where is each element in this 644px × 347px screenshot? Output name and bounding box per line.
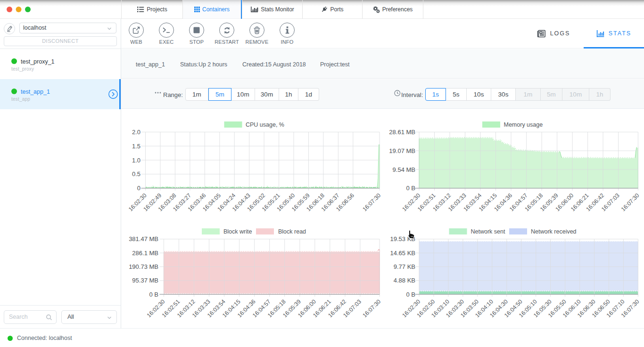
svg-text:Block write: Block write — [223, 228, 252, 235]
svg-text:9.54 MB: 9.54 MB — [393, 166, 415, 173]
svg-text:0.5: 0.5 — [132, 170, 140, 178]
svg-text:16:07:30: 16:07:30 — [361, 192, 382, 213]
svg-text:95.37 MB: 95.37 MB — [132, 277, 158, 284]
svg-text:Memory usage: Memory usage — [504, 121, 543, 128]
svg-text:14.65 KB: 14.65 KB — [390, 250, 416, 257]
svg-text:4.88 KB: 4.88 KB — [394, 277, 415, 284]
svg-text:0 B: 0 B — [149, 291, 158, 298]
svg-text:0: 0 — [137, 185, 140, 192]
svg-text:28.61 MB: 28.61 MB — [389, 129, 415, 136]
svg-text:381.47 MB: 381.47 MB — [129, 235, 158, 242]
svg-text:0 B: 0 B — [406, 291, 415, 298]
svg-text:1.0: 1.0 — [132, 157, 140, 164]
svg-text:16:07:30: 16:07:30 — [361, 298, 382, 319]
svg-text:19.07 MB: 19.07 MB — [389, 147, 415, 154]
svg-text:Network sent: Network sent — [471, 228, 505, 235]
svg-text:Network received: Network received — [531, 228, 577, 235]
svg-text:9.77 KB: 9.77 KB — [394, 263, 415, 270]
svg-text:0 B: 0 B — [406, 185, 415, 192]
svg-text:Block read: Block read — [278, 228, 306, 235]
svg-text:2.0: 2.0 — [132, 129, 140, 136]
svg-text:CPU usage, %: CPU usage, % — [246, 121, 284, 128]
svg-text:16:07:30: 16:07:30 — [620, 192, 641, 213]
svg-text:190.73 MB: 190.73 MB — [129, 263, 158, 270]
svg-text:286.1 MB: 286.1 MB — [132, 250, 158, 257]
svg-text:1.5: 1.5 — [132, 143, 140, 150]
